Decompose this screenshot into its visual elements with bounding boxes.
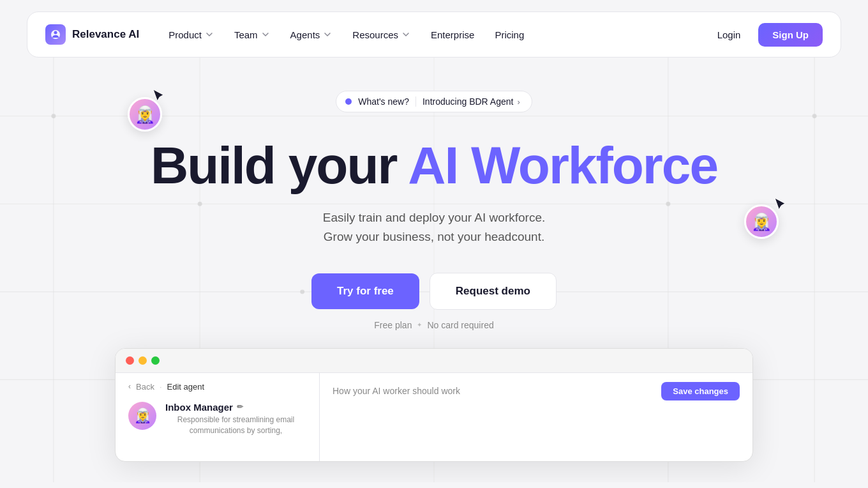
request-demo-button[interactable]: Request demo [430, 273, 557, 310]
heading-purple: AI Workforce [408, 136, 717, 194]
breadcrumb-current: Edit agent [167, 382, 205, 392]
cta-row: Try for free Request demo [13, 273, 855, 310]
signup-button[interactable]: Sign Up [758, 23, 823, 47]
nav-links: Product Team Agents Resources Enterprise… [160, 24, 707, 45]
divider [415, 96, 416, 107]
try-for-free-button[interactable]: Try for free [311, 273, 419, 309]
app-preview: ‹ Back · Edit agent 🧝‍♀️ Inbox Manager ✏… [115, 348, 753, 462]
agent-info: Inbox Manager ✏ Responsible for streamli… [165, 402, 306, 436]
window-minimize-dot [138, 356, 147, 365]
free-plan-label: Free plan [374, 320, 412, 330]
window-inner: ‹ Back · Edit agent 🧝‍♀️ Inbox Manager ✏… [116, 373, 752, 461]
navbar: Relevance AI Product Team Agents Resourc… [27, 11, 841, 57]
announcement-badge[interactable]: What's new? Introducing BDR Agent › [336, 91, 532, 112]
logo-icon [45, 24, 66, 45]
editor-header: How your AI worker should work Save chan… [333, 382, 740, 400]
editor-panel: How your AI worker should work Save chan… [320, 373, 752, 461]
hero-section: 🧝‍♀️ 🧝‍♀️ What's new? Introducing BDR Ag… [0, 57, 868, 482]
editor-title: How your AI worker should work [333, 386, 460, 396]
cta-note: Free plan ✦ No card required [13, 320, 855, 330]
login-button[interactable]: Login [707, 24, 751, 45]
chevron-down-icon [205, 30, 214, 39]
nav-item-enterprise[interactable]: Enterprise [422, 24, 483, 45]
nav-right: Login Sign Up [707, 23, 823, 47]
heading-plain: Build your [151, 136, 396, 194]
chevron-down-icon [261, 30, 270, 39]
hero-subtext: Easily train and deploy your AI workforc… [13, 208, 855, 247]
agent-panel: ‹ Back · Edit agent 🧝‍♀️ Inbox Manager ✏… [116, 373, 320, 461]
diamond-icon: ✦ [417, 321, 422, 328]
agent-card: 🧝‍♀️ Inbox Manager ✏ Responsible for str… [128, 402, 306, 436]
nav-item-resources[interactable]: Resources [343, 24, 419, 45]
back-arrow-icon: ‹ [128, 382, 131, 391]
cursor-right [774, 197, 788, 213]
nav-item-team[interactable]: Team [225, 24, 279, 45]
window-bar [116, 349, 752, 373]
edit-icon[interactable]: ✏ [237, 402, 243, 411]
agent-desc: Responsible for streamlining email commu… [165, 415, 306, 436]
announcement-label: What's new? [358, 96, 409, 107]
window-close-dot [126, 356, 134, 365]
announcement-link: Introducing BDR Agent › [423, 96, 520, 107]
nav-item-product[interactable]: Product [160, 24, 223, 45]
breadcrumb-back[interactable]: Back [136, 382, 154, 392]
cursor-left [152, 88, 166, 105]
agent-name: Inbox Manager ✏ [165, 402, 306, 413]
logo-text: Relevance AI [72, 28, 139, 41]
chevron-down-icon [401, 30, 410, 39]
nav-item-agents[interactable]: Agents [281, 24, 341, 45]
svg-point-15 [812, 114, 817, 118]
live-dot [345, 98, 352, 105]
svg-point-1 [54, 31, 57, 34]
svg-point-11 [51, 114, 56, 118]
svg-point-12 [198, 202, 202, 206]
nav-logo[interactable]: Relevance AI [45, 24, 139, 45]
breadcrumb: ‹ Back · Edit agent [128, 382, 306, 392]
svg-point-14 [666, 202, 670, 206]
agent-avatar: 🧝‍♀️ [128, 402, 156, 430]
window-maximize-dot [151, 356, 160, 365]
no-card-label: No card required [427, 320, 493, 330]
chevron-down-icon [323, 30, 332, 39]
arrow-right-icon: › [517, 97, 520, 107]
nav-item-pricing[interactable]: Pricing [486, 24, 533, 45]
save-changes-button[interactable]: Save changes [661, 382, 740, 400]
hero-heading: Build your AI Workforce [13, 138, 855, 193]
